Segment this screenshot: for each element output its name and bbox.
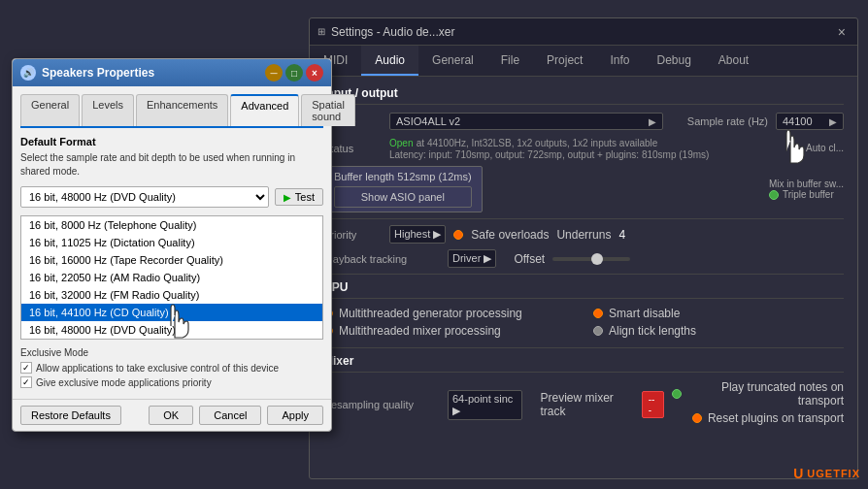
test-button[interactable]: ▶ Test bbox=[275, 188, 323, 206]
exclusive-checkbox-0[interactable] bbox=[20, 362, 32, 374]
watermark-text: UGETFIX bbox=[807, 468, 860, 479]
speakers-body: General Levels Enhancements Advanced Spa… bbox=[13, 86, 331, 399]
divider3 bbox=[323, 347, 844, 348]
play-truncated-label: Play truncated notes on transport bbox=[687, 380, 844, 408]
restore-defaults-button[interactable]: Restore Defaults bbox=[20, 406, 121, 425]
device-value[interactable]: ASIO4ALL v2 ▶ bbox=[389, 113, 663, 130]
wtab-advanced[interactable]: Advanced bbox=[230, 94, 299, 126]
preview-label: Preview mixer track bbox=[540, 391, 633, 418]
safe-overloads-radio[interactable] bbox=[453, 230, 463, 240]
priority-label: Priority bbox=[323, 229, 382, 241]
wtab-spatial[interactable]: Spatial sound bbox=[301, 94, 355, 126]
align-tick-label: Align tick lengths bbox=[609, 324, 696, 338]
mixer-options: Play truncated notes on transport Reset … bbox=[672, 380, 844, 429]
sample-rate-arrow: ▶ bbox=[829, 116, 837, 127]
cancel-button[interactable]: Cancel bbox=[199, 406, 261, 425]
speakers-icon: 🔊 bbox=[20, 65, 36, 81]
device-row: Device ASIO4ALL v2 ▶ Sample rate (Hz) 44… bbox=[323, 113, 844, 130]
tab-general[interactable]: General bbox=[418, 46, 487, 76]
multithreaded-gen-label: Multithreaded generator processing bbox=[339, 307, 522, 320]
format-item-5[interactable]: 16 bit, 44100 Hz (CD Quality) bbox=[21, 304, 322, 321]
cpu-section: Multithreaded generator processing Multi… bbox=[323, 307, 844, 342]
mixer-header: Mixer bbox=[323, 354, 844, 373]
format-description: Select the sample rate and bit depth to … bbox=[20, 151, 323, 179]
offset-slider[interactable] bbox=[552, 257, 630, 261]
divider2 bbox=[323, 274, 844, 275]
apply-button[interactable]: Apply bbox=[267, 406, 323, 425]
playback-dropdown[interactable]: Driver ▶ bbox=[448, 249, 496, 268]
wtab-levels[interactable]: Levels bbox=[82, 94, 134, 126]
preview-track-box[interactable]: --- bbox=[642, 391, 664, 418]
smart-disable-radio[interactable] bbox=[593, 309, 603, 318]
speakers-window: 🔊 Speakers Properties ─ □ × General Leve… bbox=[12, 58, 332, 432]
buffer-length-label: Buffer length 512smp (12ms) bbox=[334, 171, 472, 182]
format-dropdown-list: 16 bit, 8000 Hz (Telephone Quality) 16 b… bbox=[20, 215, 323, 340]
maximize-button[interactable]: □ bbox=[285, 64, 303, 82]
cpu-header: CPU bbox=[323, 280, 844, 299]
align-tick-row: Align tick lengths bbox=[593, 324, 844, 338]
speakers-close-button[interactable]: × bbox=[306, 64, 323, 82]
priority-dropdown[interactable]: Highest ▶ bbox=[389, 225, 446, 244]
resampling-label: Resampling quality bbox=[323, 399, 440, 410]
show-asio-button[interactable]: Show ASIO panel bbox=[334, 186, 472, 208]
format-item-3[interactable]: 16 bit, 22050 Hz (AM Radio Quality) bbox=[21, 269, 322, 286]
resampling-dropdown[interactable]: 64-point sinc ▶ bbox=[448, 390, 522, 420]
status-detail: at 44100Hz, Int32LSB, 1x2 outputs, 1x2 i… bbox=[417, 138, 658, 148]
reset-plugins-row: Reset plugins on transport bbox=[672, 411, 844, 425]
exclusive-label: Exclusive Mode bbox=[20, 347, 323, 358]
speakers-tabs: General Levels Enhancements Advanced Spa… bbox=[20, 94, 323, 128]
reset-plugins-radio[interactable] bbox=[692, 413, 702, 423]
buffer-row: Buffer length 512smp (12ms) Show ASIO pa… bbox=[323, 166, 844, 212]
tab-debug[interactable]: Debug bbox=[643, 46, 704, 76]
speakers-titlebar: 🔊 Speakers Properties ─ □ × bbox=[13, 59, 331, 86]
format-dropdown[interactable]: 16 bit, 48000 Hz (DVD Quality) bbox=[20, 186, 269, 208]
divider1 bbox=[323, 218, 844, 219]
format-item-4[interactable]: 16 bit, 32000 Hz (FM Radio Quality) bbox=[21, 286, 322, 304]
tab-info[interactable]: Info bbox=[596, 46, 643, 76]
sample-rate-label: Sample rate (Hz) bbox=[671, 115, 768, 127]
priority-row: Priority Highest ▶ Safe overloads Underr… bbox=[323, 225, 844, 244]
format-select-row: 16 bit, 48000 Hz (DVD Quality) ▶ Test bbox=[20, 186, 323, 208]
format-item-1[interactable]: 16 bit, 11025 Hz (Dictation Quality) bbox=[21, 234, 322, 251]
tab-file[interactable]: File bbox=[487, 46, 533, 76]
exclusive-item-0: Allow applications to take exclusive con… bbox=[20, 362, 323, 374]
sample-rate-value[interactable]: 44100 ▶ bbox=[776, 113, 844, 130]
status-label: Status bbox=[323, 143, 382, 154]
footer-buttons: OK Cancel Apply bbox=[149, 406, 323, 425]
format-item-2[interactable]: 16 bit, 16000 Hz (Tape Recorder Quality) bbox=[21, 251, 322, 269]
safe-overloads-label: Safe overloads bbox=[471, 228, 549, 242]
watermark-logo: U bbox=[793, 466, 803, 481]
smart-disable-label: Smart disable bbox=[609, 307, 680, 320]
wtab-general[interactable]: General bbox=[20, 94, 80, 126]
playback-label: Playback tracking bbox=[323, 253, 440, 265]
default-format-label: Default Format bbox=[20, 136, 323, 147]
close-button[interactable]: × bbox=[834, 24, 850, 40]
play-truncated-radio[interactable] bbox=[672, 389, 682, 399]
multithreaded-gen-row: Multithreaded generator processing bbox=[323, 307, 574, 320]
cpu-left: Multithreaded generator processing Multi… bbox=[323, 307, 574, 342]
align-tick-radio[interactable] bbox=[593, 326, 603, 336]
minimize-button[interactable]: ─ bbox=[265, 64, 283, 82]
ok-button[interactable]: OK bbox=[149, 406, 193, 425]
tab-project[interactable]: Project bbox=[533, 46, 596, 76]
format-item-0[interactable]: 16 bit, 8000 Hz (Telephone Quality) bbox=[21, 216, 322, 234]
tab-audio[interactable]: Audio bbox=[361, 46, 418, 76]
device-arrow: ▶ bbox=[649, 116, 656, 127]
settings-icon: ⊞ bbox=[317, 26, 325, 37]
tab-about[interactable]: About bbox=[705, 46, 762, 76]
buffer-info: Buffer length 512smp (12ms) Show ASIO pa… bbox=[323, 166, 483, 212]
playback-row: Playback tracking Driver ▶ Offset bbox=[323, 249, 844, 268]
wtab-enhancements[interactable]: Enhancements bbox=[136, 94, 228, 126]
triple-buffer-row: Triple buffer bbox=[769, 189, 844, 200]
settings-title: Settings - Audio de...xer bbox=[331, 25, 834, 39]
exclusive-checkbox-1[interactable] bbox=[20, 376, 32, 388]
auto-close-label: Auto cl... bbox=[766, 143, 844, 153]
smart-disable-row: Smart disable bbox=[593, 307, 844, 320]
multithreaded-mix-label: Multithreaded mixer processing bbox=[339, 324, 501, 338]
speakers-title: Speakers Properties bbox=[42, 66, 262, 80]
triple-buffer-radio[interactable] bbox=[769, 190, 779, 200]
speakers-footer: Restore Defaults OK Cancel Apply bbox=[13, 399, 331, 431]
settings-tabs: MIDI Audio General File Project Info Deb… bbox=[310, 46, 857, 77]
format-item-6[interactable]: 16 bit, 48000 Hz (DVD Quality) bbox=[21, 321, 322, 339]
cpu-right: Smart disable Align tick lengths bbox=[593, 307, 844, 342]
